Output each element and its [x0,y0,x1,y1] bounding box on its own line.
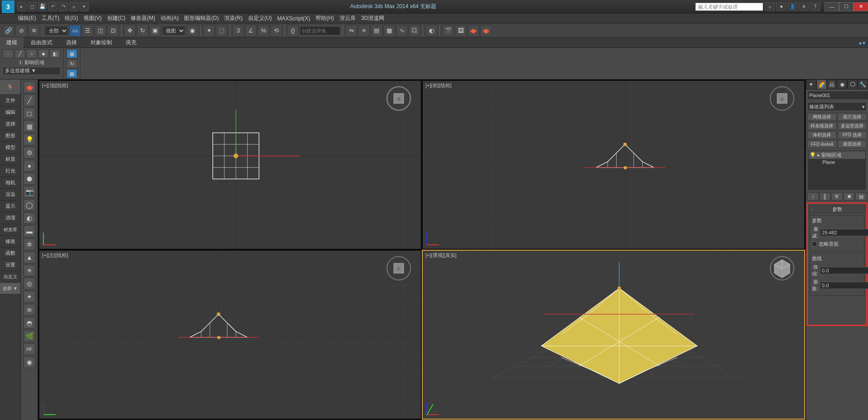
subobj-element-icon[interactable]: ◧ [50,49,61,58]
selection-set-input[interactable] [300,26,340,35]
left-tab-material[interactable]: 材质 [0,154,20,165]
menu-views[interactable]: 视图(V) [84,14,102,22]
qat-save-icon[interactable]: 💾 [38,2,47,11]
modifier-list-dropdown[interactable]: 修改器列表▾ [807,102,867,111]
left-tab-cleanup[interactable]: 清理 [0,212,20,224]
cmd-tab-create-icon[interactable]: ✦ [806,79,816,89]
stack-bulb-icon[interactable]: 💡 [810,152,816,158]
bind-space-warp-icon[interactable]: ≋ [28,25,40,37]
menu-animation[interactable]: 动画(A) [160,14,179,22]
render-setup-icon[interactable]: 🎬 [442,25,454,37]
subobj-edge-icon[interactable]: ╱ [14,49,25,58]
signin-icon[interactable]: 👤 [788,3,797,11]
left-tab-camera[interactable]: 相机 [0,177,20,189]
cmd-tab-motion-icon[interactable]: ◉ [837,79,847,89]
tool-torus-icon[interactable]: ◎ [24,278,35,289]
ribbon-tab-objectpaint[interactable]: 对象绘制 [84,37,118,48]
help-icon[interactable]: ? [810,3,820,11]
qat-dropdown-icon[interactable]: ▾ [80,2,89,11]
snap-toggle-icon[interactable]: 3 [232,25,244,37]
qat-new-icon[interactable]: ▸ [17,2,26,11]
curve-editor-icon[interactable]: ∿ [396,25,408,37]
minimize-button[interactable]: — [825,2,839,11]
left-tab-matlib[interactable]: 材质库 [0,224,20,236]
qat-redo-icon[interactable]: ↷ [59,2,68,11]
ribbon-tab-populate[interactable]: 填充 [119,37,143,48]
selmod-spline[interactable]: 样条线选择 [807,122,837,130]
tool-cylinder-icon[interactable]: ⬢ [24,173,35,185]
cmd-tab-hierarchy-icon[interactable]: 品 [827,79,837,89]
selmod-surface[interactable]: 曲面选择 [838,140,867,148]
ignore-backfacing-checkbox[interactable]: 忽略背面 [812,241,862,247]
cmd-tab-display-icon[interactable]: 🖵 [847,79,858,89]
tool-modifier-icon[interactable]: ⚙ [24,147,35,159]
unlink-icon[interactable]: ⊘ [15,25,27,37]
menu-modifiers[interactable]: 修改器(M) [131,14,155,22]
help-search-input[interactable] [695,3,763,11]
tool-teapot-icon[interactable]: 🫖 [24,81,35,93]
menu-help[interactable]: 帮助(H) [316,14,334,22]
selection-filter-dropdown[interactable]: 全部 [45,26,68,36]
tool-light-icon[interactable]: 💡 [24,134,35,145]
selmod-ffd444[interactable]: FFD 4x4x4 [807,140,837,148]
menu-create[interactable]: 创建(C) [107,14,126,22]
selmod-mesh[interactable]: 网格选择 [807,113,837,121]
bubble-input[interactable] [820,282,868,289]
menu-tools[interactable]: 工具(T) [42,14,59,22]
close-button[interactable]: ✕ [854,2,868,11]
left-tab-custom[interactable]: 自定义 [0,271,20,283]
menu-customize[interactable]: 自定义(U) [248,14,272,22]
viewcube-top[interactable]: 顶 [386,85,412,112]
tool-box-icon[interactable]: ◻ [24,107,35,119]
stack-item-plane[interactable]: Plane [822,159,835,165]
viewport-front-label[interactable]: [+][前][线框] [425,82,452,89]
qat-open-icon[interactable]: ◻ [28,2,37,11]
align-icon[interactable]: ≡ [358,25,370,37]
tool-star-icon[interactable]: ✦ [24,291,35,303]
tool-gear-icon[interactable]: ✲ [24,238,35,250]
viewport-front[interactable]: [+][前][线框] 前 [422,80,805,249]
ribbon-tab-freeform[interactable]: 自由形式 [24,37,59,48]
left-tab-modify[interactable]: 修改 [0,236,20,247]
tool-circle-icon[interactable]: ◯ [24,199,35,211]
maximize-button[interactable]: ☐ [839,2,854,11]
left-tab-select[interactable]: 选择 [0,118,20,130]
cmd-tab-modify-icon[interactable]: 🌈 [816,79,827,89]
object-name-input[interactable] [807,91,868,100]
left-tab-display[interactable]: 显示 [0,201,20,212]
favorites-icon[interactable]: ★ [776,3,786,11]
poly-modeling-dropdown[interactable]: 多边形建模 ▼ [3,67,61,75]
left-tab-render[interactable]: 渲染 [0,189,20,201]
pinch-input[interactable] [820,267,868,274]
rollout-parameters-header[interactable]: 参数 [809,205,865,213]
tool-sun-icon[interactable]: ☀ [24,265,35,276]
select-region-icon[interactable]: ◫ [94,25,106,37]
tool-camera-icon[interactable]: 📷 [24,186,35,198]
ref-coord-dropdown[interactable]: 视图 [162,26,185,36]
ribbon-constraint-icon[interactable]: ▦ [66,69,77,78]
left-tab-all[interactable]: 全部 ▼ [0,283,20,294]
selmod-volume[interactable]: 体积选择 [807,131,837,139]
exchange-icon[interactable]: ✕ [799,3,809,11]
menu-cloud[interactable]: 渲云库 [340,14,356,22]
rendered-frame-icon[interactable]: 🖼 [455,25,467,37]
tool-noise-icon[interactable]: ◉ [24,356,35,368]
ribbon-tab-selection[interactable]: 选择 [60,37,83,48]
named-sel-sets-icon[interactable]: {} [287,25,299,37]
select-object-icon[interactable]: ▭ [69,25,81,37]
tool-grid-icon[interactable]: ▦ [24,121,35,132]
left-tab-model[interactable]: 模型 [0,142,20,154]
left-tab-edit[interactable]: 编辑 [0,107,20,118]
move-icon[interactable]: ✥ [124,25,136,37]
mirror-icon[interactable]: ⇋ [345,25,357,37]
viewport-top[interactable]: [+][顶][线框] 顶 [39,80,421,249]
tool-rock-icon[interactable]: ◓ [24,317,35,329]
menu-edit[interactable]: 编辑(E) [18,14,36,22]
viewcube-persp[interactable] [769,255,795,281]
stack-config-icon[interactable]: ▤ [855,192,867,201]
viewport-left-label[interactable]: [+][左][线框] [42,252,68,259]
menu-3dnet[interactable]: 3D渲滥网 [361,14,384,22]
render-iterative-icon[interactable]: 🫖 [480,25,492,37]
tool-grass-icon[interactable]: 🌿 [24,330,35,342]
app-logo[interactable]: 3 [2,0,14,13]
